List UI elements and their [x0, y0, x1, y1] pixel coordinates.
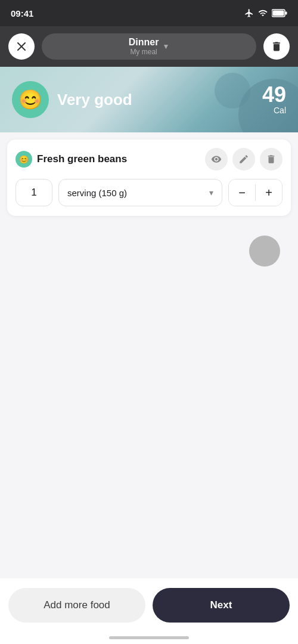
food-card-header: 😊 Fresh green beans	[15, 148, 283, 171]
delete-food-button[interactable]	[260, 148, 283, 171]
food-card: 😊 Fresh green beans 1	[7, 140, 291, 216]
status-bar: 09:41	[0, 0, 298, 26]
quantity-stepper: − +	[228, 179, 283, 206]
calorie-label: Cal	[262, 106, 286, 115]
meal-selector[interactable]: Dinner My meal ▼	[42, 33, 256, 60]
meal-info: Dinner My meal	[129, 37, 159, 56]
meal-title: Dinner	[129, 37, 159, 48]
increment-button[interactable]: +	[256, 179, 282, 206]
svg-rect-1	[273, 11, 284, 16]
food-actions	[205, 148, 283, 171]
calorie-value: 49	[262, 84, 286, 106]
svg-rect-2	[285, 12, 287, 15]
home-indicator	[109, 636, 189, 639]
edit-food-button[interactable]	[232, 148, 255, 171]
eye-icon	[211, 154, 222, 165]
airplane-icon	[244, 8, 254, 18]
meal-sub: My meal	[130, 48, 157, 56]
status-icons	[244, 8, 287, 18]
trash-food-icon	[266, 154, 277, 165]
food-name: Fresh green beans	[37, 153, 127, 165]
serving-selector[interactable]: serving (150 g) ▾	[58, 179, 222, 206]
banner-emoji: 😊	[12, 81, 49, 118]
pencil-icon	[238, 154, 249, 165]
banner-circle-sm	[215, 73, 250, 109]
bottom-actions: Add more food Next	[0, 578, 298, 644]
next-button[interactable]: Next	[153, 588, 290, 623]
serving-controls: 1 serving (150 g) ▾ − +	[15, 179, 283, 206]
status-time: 09:41	[11, 8, 33, 18]
delete-meal-button[interactable]	[263, 33, 290, 60]
battery-icon	[272, 9, 287, 17]
food-title-row: 😊 Fresh green beans	[15, 151, 127, 168]
close-button[interactable]	[8, 33, 35, 60]
banner-calories: 49 Cal	[262, 84, 286, 115]
serving-text: serving (150 g)	[67, 188, 127, 198]
banner: 😊 Very good 49 Cal	[0, 67, 298, 132]
top-nav: Dinner My meal ▼	[0, 26, 298, 67]
decrement-button[interactable]: −	[229, 179, 255, 206]
quantity-display: 1	[15, 179, 52, 206]
add-more-food-button[interactable]: Add more food	[8, 588, 145, 623]
banner-rating: Very good	[57, 91, 132, 109]
serving-chevron-icon: ▾	[209, 188, 213, 197]
view-food-button[interactable]	[205, 148, 228, 171]
floating-circle-decoration	[249, 236, 280, 267]
wifi-icon	[257, 8, 268, 18]
meal-chevron-icon: ▼	[162, 42, 169, 51]
food-emoji: 😊	[15, 151, 32, 168]
trash-icon	[271, 41, 283, 52]
